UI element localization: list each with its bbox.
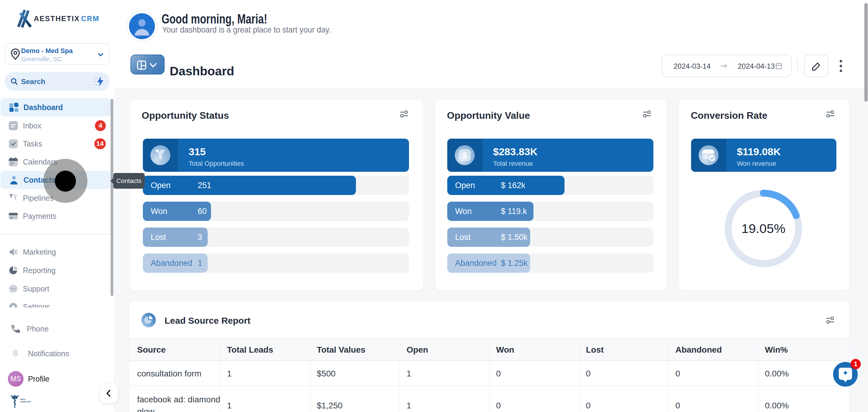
svg-text:HIPAA: HIPAA bbox=[20, 399, 26, 400]
svg-text:COMPLIANT: COMPLIANT bbox=[20, 401, 31, 403]
svg-text:$: $ bbox=[462, 151, 467, 160]
svg-text:CRM: CRM bbox=[81, 14, 99, 23]
svg-text:AESTHETIX: AESTHETIX bbox=[34, 14, 80, 23]
